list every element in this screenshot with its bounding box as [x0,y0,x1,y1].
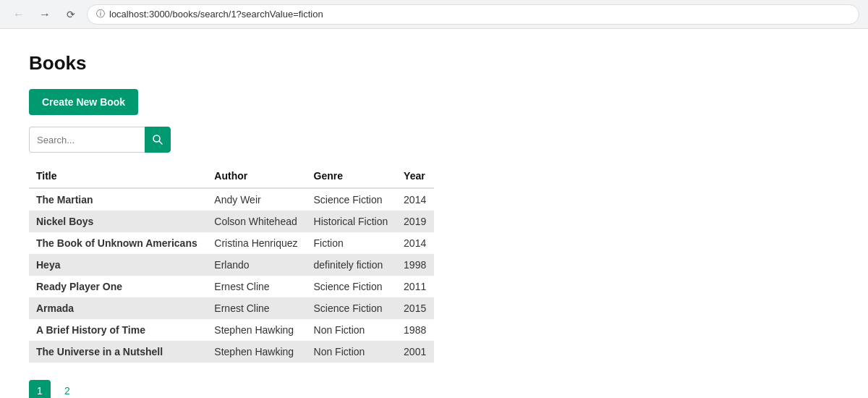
search-button[interactable] [145,127,171,153]
book-genre-cell: Non Fiction [307,319,397,341]
back-button[interactable]: ← [9,4,29,25]
books-table: Title Author Genre Year The MartianAndy … [29,164,434,363]
book-title-cell[interactable]: The Book of Unknown Americans [29,232,207,254]
lock-icon: ⓘ [96,8,105,20]
book-author-cell: Stephen Hawking [207,319,306,341]
table-row: A Brief History of TimeStephen HawkingNo… [29,319,434,341]
svg-line-1 [159,141,162,144]
create-new-book-button[interactable]: Create New Book [29,89,138,115]
book-year-cell: 2019 [396,211,434,232]
book-title-cell[interactable]: Armada [29,297,207,319]
book-title-cell[interactable]: Ready Player One [29,276,207,297]
book-year-cell: 2014 [396,188,434,211]
col-year: Year [396,164,434,188]
page-content: Books Create New Book Title Author Genre… [0,29,868,398]
book-genre-cell: Science Fiction [307,188,397,211]
book-year-cell: 2014 [396,232,434,254]
book-author-cell: Erlando [207,254,306,276]
book-genre-cell: definitely fiction [307,254,397,276]
page-button-2[interactable]: 2 [56,380,78,398]
book-title-cell[interactable]: A Brief History of Time [29,319,207,341]
table-row: Ready Player OneErnest ClineScience Fict… [29,276,434,297]
book-genre-cell: Non Fiction [307,341,397,363]
page-title: Books [29,52,839,75]
table-body: The MartianAndy WeirScience Fiction2014N… [29,188,434,363]
table-header-row: Title Author Genre Year [29,164,434,188]
book-genre-cell: Science Fiction [307,276,397,297]
table-row: Nickel BoysColson WhiteheadHistorical Fi… [29,211,434,232]
refresh-button[interactable]: ⟳ [61,4,81,25]
search-row [29,127,839,153]
book-genre-cell: Science Fiction [307,297,397,319]
book-title-cell[interactable]: The Martian [29,188,207,211]
search-icon [153,135,163,145]
table-row: ArmadaErnest ClineScience Fiction2015 [29,297,434,319]
book-year-cell: 1988 [396,319,434,341]
book-author-cell: Colson Whitehead [207,211,306,232]
address-bar: ⓘ localhost:3000/books/search/1?searchVa… [87,4,859,25]
book-year-cell: 2011 [396,276,434,297]
book-title-cell[interactable]: Nickel Boys [29,211,207,232]
book-author-cell: Stephen Hawking [207,341,306,363]
book-author-cell: Ernest Cline [207,276,306,297]
book-author-cell: Cristina Henriquez [207,232,306,254]
book-genre-cell: Historical Fiction [307,211,397,232]
book-author-cell: Andy Weir [207,188,306,211]
page-button-1[interactable]: 1 [29,380,51,398]
forward-button[interactable]: → [35,4,55,25]
col-author: Author [207,164,306,188]
browser-chrome: ← → ⟳ ⓘ localhost:3000/books/search/1?se… [0,0,868,29]
search-input[interactable] [29,127,145,153]
book-year-cell: 1998 [396,254,434,276]
book-title-cell[interactable]: The Universe in a Nutshell [29,341,207,363]
col-genre: Genre [307,164,397,188]
book-author-cell: Ernest Cline [207,297,306,319]
book-year-cell: 2001 [396,341,434,363]
url-text: localhost:3000/books/search/1?searchValu… [109,9,323,20]
pagination: 12 [29,380,839,398]
table-row: The MartianAndy WeirScience Fiction2014 [29,188,434,211]
table-row: HeyaErlandodefinitely fiction1998 [29,254,434,276]
book-title-cell[interactable]: Heya [29,254,207,276]
col-title: Title [29,164,207,188]
book-genre-cell: Fiction [307,232,397,254]
table-row: The Book of Unknown AmericansCristina He… [29,232,434,254]
book-year-cell: 2015 [396,297,434,319]
table-row: The Universe in a NutshellStephen Hawkin… [29,341,434,363]
